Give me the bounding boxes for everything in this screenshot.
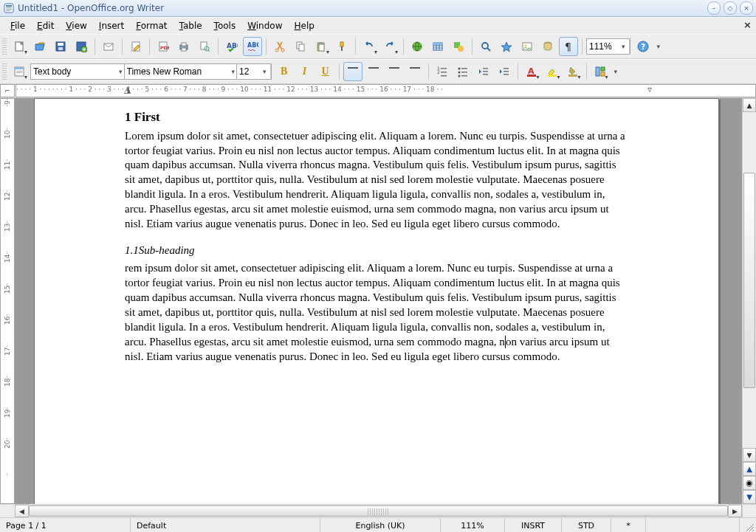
- table-button[interactable]: [428, 37, 447, 56]
- scroll-down-button[interactable]: ▼: [743, 448, 756, 462]
- help-button[interactable]: ?: [633, 37, 653, 56]
- resize-grip-icon[interactable]: [740, 518, 756, 532]
- menu-tools[interactable]: Tools: [208, 19, 242, 32]
- save-button[interactable]: [51, 37, 70, 56]
- font-color-button[interactable]: A: [522, 62, 541, 81]
- vertical-scrollbar[interactable]: ▲ ▼ ▲ ◉ ▼: [742, 98, 756, 504]
- page[interactable]: 1 First Lorem ipsum dolor sit amet, cons…: [34, 98, 719, 504]
- new-button[interactable]: [10, 37, 29, 56]
- menu-table[interactable]: Table: [173, 19, 208, 32]
- paragraph-2[interactable]: rem ipsum dolor sit amet, consectetuer a…: [125, 261, 628, 365]
- status-insert-mode[interactable]: INSRT: [505, 518, 562, 532]
- menu-window[interactable]: Window: [241, 19, 288, 32]
- status-page[interactable]: Page 1 / 1: [0, 518, 131, 532]
- open-button[interactable]: [30, 37, 49, 56]
- hscroll-thumb[interactable]: [29, 505, 728, 517]
- toolbar-overflow-icon[interactable]: ▾: [657, 43, 661, 50]
- document-viewport[interactable]: 1 First Lorem ipsum dolor sit amet, cons…: [15, 98, 742, 504]
- cut-button[interactable]: [270, 37, 289, 56]
- menu-edit[interactable]: Edit: [31, 19, 60, 32]
- increase-indent-button[interactable]: [495, 62, 514, 81]
- vscroll-track[interactable]: [743, 112, 756, 448]
- formatting-toolbar: ▾ ▾ ▾ B I U 12 A ▾: [0, 59, 756, 84]
- indent-marker-icon[interactable]: ◮: [124, 84, 131, 94]
- zoom-combo[interactable]: [586, 38, 630, 55]
- toolbar-grip[interactable]: [2, 38, 7, 55]
- status-language[interactable]: English (UK): [320, 518, 441, 532]
- right-indent-marker-icon[interactable]: ▿: [647, 84, 652, 94]
- menu-help[interactable]: Help: [289, 19, 320, 32]
- print-preview-button[interactable]: [195, 37, 214, 56]
- save-as-button[interactable]: [72, 37, 91, 56]
- data-sources-button[interactable]: [538, 37, 557, 56]
- numbered-list-button[interactable]: 12: [433, 62, 452, 81]
- styles-button[interactable]: [10, 62, 29, 81]
- vertical-ruler[interactable]: ·9·10·11·12·13·14·15·16·17·18·19·20··: [0, 98, 15, 504]
- svg-point-23: [281, 49, 284, 52]
- menu-insert[interactable]: Insert: [93, 19, 130, 32]
- paragraph-1[interactable]: Lorem ipsum dolor sit amet, consectetuer…: [125, 129, 628, 232]
- navigation-button[interactable]: ◉: [743, 476, 756, 490]
- minimize-button[interactable]: –: [707, 1, 721, 15]
- insert-frame-button[interactable]: [591, 62, 610, 81]
- scroll-right-button[interactable]: ▶: [728, 505, 742, 517]
- menu-view[interactable]: View: [60, 19, 92, 32]
- menu-format[interactable]: Format: [130, 19, 173, 32]
- italic-button[interactable]: I: [295, 62, 315, 81]
- ruler-corner[interactable]: ⌐: [0, 84, 15, 97]
- prev-page-button[interactable]: ▲: [743, 462, 756, 476]
- scroll-left-button[interactable]: ◀: [15, 505, 29, 517]
- status-zoom[interactable]: 111%: [441, 518, 505, 532]
- status-modified[interactable]: *: [611, 518, 646, 532]
- svg-rect-69: [601, 67, 605, 71]
- auto-spellcheck-button[interactable]: ABC: [243, 37, 262, 56]
- vscroll-thumb[interactable]: [743, 173, 755, 388]
- document-close-icon[interactable]: ×: [743, 19, 752, 30]
- status-selection-mode[interactable]: STD: [562, 518, 611, 532]
- paragraph-style-combo[interactable]: [30, 63, 128, 80]
- svg-rect-25: [299, 44, 304, 51]
- highlight-button[interactable]: [543, 62, 562, 81]
- undo-button[interactable]: [360, 37, 379, 56]
- close-button[interactable]: ×: [740, 1, 753, 15]
- edit-file-button[interactable]: [126, 37, 145, 56]
- align-center-button[interactable]: [364, 62, 383, 81]
- next-page-button[interactable]: ▼: [743, 490, 756, 504]
- nonprinting-chars-button[interactable]: ¶: [559, 37, 578, 56]
- export-pdf-button[interactable]: PDF: [154, 37, 173, 56]
- scroll-up-button[interactable]: ▲: [743, 98, 756, 112]
- horizontal-scrollbar[interactable]: ◀ ▶: [0, 504, 756, 517]
- format-paintbrush-button[interactable]: [332, 37, 351, 56]
- paste-button[interactable]: [312, 37, 331, 56]
- toolbar2-overflow-icon[interactable]: ▾: [614, 68, 618, 75]
- font-name-combo[interactable]: [124, 63, 241, 80]
- underline-button[interactable]: U: [316, 62, 335, 81]
- align-justify-button[interactable]: [405, 62, 425, 81]
- bullet-list-button[interactable]: [453, 62, 472, 81]
- horizontal-ruler[interactable]: · · · · 1 · · · · · · · 1 · · · 2 · · · …: [16, 84, 756, 97]
- show-draw-button[interactable]: [449, 37, 468, 56]
- background-color-button[interactable]: [563, 62, 583, 81]
- gallery-button[interactable]: [518, 37, 537, 56]
- menu-file[interactable]: File: [4, 19, 31, 32]
- navigator-button[interactable]: [497, 37, 516, 56]
- email-button[interactable]: [99, 37, 118, 56]
- status-style[interactable]: Default: [131, 518, 320, 532]
- align-right-button[interactable]: [385, 62, 404, 81]
- hscroll-track[interactable]: [29, 505, 728, 517]
- copy-button[interactable]: [291, 37, 310, 56]
- bold-button[interactable]: B: [275, 62, 294, 81]
- decrease-indent-button[interactable]: [474, 62, 493, 81]
- toolbar-grip-2[interactable]: [2, 63, 7, 80]
- find-button[interactable]: [476, 37, 495, 56]
- heading-1[interactable]: 1 First: [125, 109, 628, 126]
- redo-button[interactable]: [380, 37, 399, 56]
- align-left-button[interactable]: [343, 62, 362, 81]
- hyperlink-button[interactable]: [408, 37, 427, 56]
- font-size-combo[interactable]: [236, 63, 272, 80]
- subheading[interactable]: 1.1Sub-heading: [125, 243, 628, 258]
- print-button[interactable]: [174, 37, 193, 56]
- spellcheck-button[interactable]: ABC: [222, 37, 241, 56]
- maximize-button[interactable]: ◇: [724, 1, 737, 15]
- svg-point-34: [458, 46, 464, 52]
